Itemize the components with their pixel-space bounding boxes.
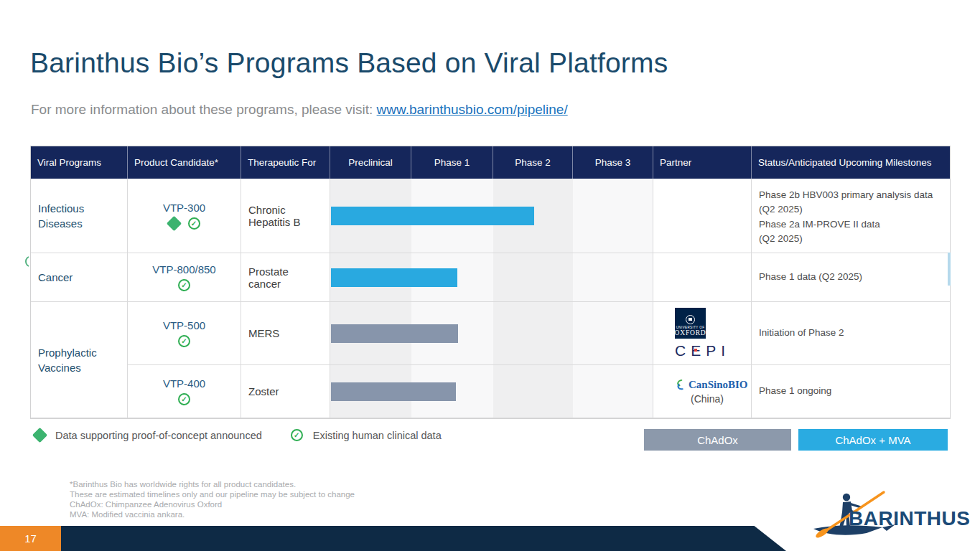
program-cell-cancer: Cancer (31, 253, 128, 302)
badge-row: ✓ (178, 279, 190, 291)
column-header-viral-programs: Viral Programs (31, 146, 128, 179)
chadox-mva-legend-chip: ChAdOx + MVA (798, 429, 948, 451)
subtitle: For more information about these program… (31, 102, 568, 118)
column-header-phase-2: Phase 2 (493, 146, 573, 179)
partner-cell-oxford-cepi: UNIVERSITY OF OXFORD CEPI (653, 302, 752, 365)
proof-of-concept-diamond-icon (166, 216, 181, 231)
column-header-therapeutic-for: Therapeutic For (241, 146, 330, 179)
cepi-logo: CEPI (675, 342, 730, 359)
chadox-legend-chip: ChAdOx (644, 429, 791, 451)
page-number: 17 (24, 532, 37, 545)
presentation-slide: Barinthus Bio’s Programs Based on Viral … (0, 0, 980, 551)
clinical-data-check-icon: ✓ (178, 393, 190, 405)
therapeutic-cell: Zoster (241, 365, 330, 418)
candidate-name: VTP-400 (163, 377, 205, 390)
column-header-product-candidate: Product Candidate* (128, 146, 241, 179)
partner-cell-empty (653, 179, 752, 253)
badge-row: ✓ (178, 393, 190, 405)
footnote-line: These are estimated timelines only and o… (70, 489, 355, 499)
candidate-cell-vtp-500: VTP-500 ✓ (128, 302, 241, 365)
program-cell-infectious-diseases: Infectious Diseases (31, 179, 128, 253)
therapeutic-cell: Prostate cancer (241, 253, 330, 302)
candidate-name: VTP-800/850 (152, 263, 215, 276)
pipeline-bar-vtp-300 (331, 207, 534, 225)
pipeline-bar-vtp-800-850 (331, 268, 457, 287)
phase-track (330, 365, 653, 418)
badge-row: ✓ (169, 217, 200, 230)
milestones-cell: Phase 1 data (Q2 2025) (752, 253, 950, 302)
partner-country: (China) (691, 393, 724, 405)
barinthus-wordmark: BARINTHUS (849, 507, 970, 530)
milestones-cell: Phase 2b HBV003 primary analysis data (Q… (752, 179, 950, 253)
pipeline-table: Viral Programs Product Candidate* Therap… (30, 146, 951, 419)
column-header-phase-1: Phase 1 (411, 146, 493, 179)
footer-bar (61, 526, 786, 551)
therapeutic-cell: Chronic Hepatitis B (241, 179, 330, 253)
candidate-cell-vtp-400: VTP-400 ✓ (128, 365, 241, 418)
clinical-data-check-icon: ✓ (178, 335, 190, 347)
pipeline-link[interactable]: www.barinthusbio.com/pipeline/ (377, 102, 568, 117)
cansinobio-logo: CanSinoBIO (675, 379, 748, 391)
footnote-line: MVA: Modified vaccinia ankara. (70, 509, 355, 519)
partner-cell-empty (653, 253, 752, 302)
phase-track (330, 302, 653, 365)
footnote-line: ChAdOx: Chimpanzee Adenovirus Oxford (70, 499, 355, 509)
legend-check-icon: ✓ (291, 429, 303, 441)
candidate-name: VTP-300 (163, 202, 205, 214)
column-header-phase-3: Phase 3 (573, 146, 653, 179)
subtitle-text: For more information about these program… (31, 102, 377, 117)
candidate-cell-vtp-300: VTP-300 ✓ (128, 179, 241, 253)
legend-check-label: Existing human clinical data (313, 430, 442, 441)
page-number-box: 17 (0, 526, 61, 551)
candidate-cell-vtp-800-850: VTP-800/850 ✓ (128, 253, 241, 302)
footnote-line: *Barinthus Bio has worldwide rights for … (70, 479, 355, 489)
right-edge-decoration (948, 253, 951, 286)
program-cell-prophylactic-vaccines: Prophylactic Vaccines (31, 302, 128, 418)
pipeline-bar-vtp-400 (331, 382, 456, 401)
pipeline-bar-vtp-500 (331, 324, 458, 343)
partner-cell-cansinobio: CanSinoBIO (China) (653, 365, 752, 418)
phase-track (330, 253, 653, 302)
legend-diamond-label: Data supporting proof-of-concept announc… (55, 430, 262, 441)
barinthus-logo: BARINTHUS (786, 489, 971, 538)
phase-track (330, 179, 653, 253)
milestones-cell: Phase 1 ongoing (752, 365, 950, 418)
column-header-status: Status/Anticipated Upcoming Milestones (752, 146, 950, 179)
milestones-cell: Initiation of Phase 2 (752, 302, 950, 365)
oxford-crest-icon (686, 315, 695, 324)
legend-diamond-icon (32, 428, 47, 443)
column-header-preclinical: Preclinical (330, 146, 411, 179)
legend: Data supporting proof-of-concept announc… (34, 429, 442, 441)
column-header-partner: Partner (653, 146, 752, 179)
badge-row: ✓ (178, 335, 190, 347)
therapeutic-cell: MERS (241, 302, 330, 365)
university-of-oxford-logo: UNIVERSITY OF OXFORD (675, 308, 706, 339)
candidate-name: VTP-500 (163, 319, 205, 331)
clinical-data-check-icon: ✓ (178, 279, 190, 291)
cansinobio-swirl-icon (675, 379, 686, 391)
page-title: Barinthus Bio’s Programs Based on Viral … (30, 47, 668, 79)
clinical-data-check-icon: ✓ (188, 217, 200, 230)
footnotes: *Barinthus Bio has worldwide rights for … (70, 479, 355, 519)
